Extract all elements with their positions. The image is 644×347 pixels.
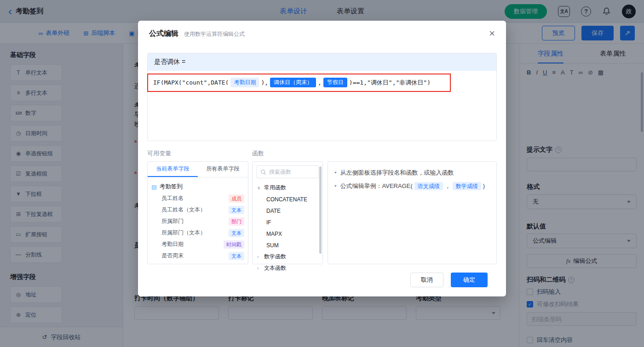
close-icon[interactable]: × (489, 28, 495, 39)
group-label: 数学函数 (264, 253, 286, 261)
modal-body: 是否调休 = IF(MAPX("count",DATE(考勤日期),调休日（周末… (147, 46, 497, 296)
functions-label: 函数 (252, 149, 264, 158)
form-root-label: 考勤签到 (160, 183, 183, 191)
type-tag: 部门 (229, 217, 244, 226)
function-mapx[interactable]: MAPX (253, 228, 322, 239)
example-token-chinese-score: 语文成绩 (414, 182, 443, 190)
type-tag: 文本 (229, 229, 244, 237)
help-example: 公式编辑举例：AVERAGE(语文成绩，数学成绩) (340, 181, 485, 192)
variable-row[interactable]: 是否周末文本 (151, 250, 244, 262)
group-math-functions[interactable]: ›数学函数 (253, 251, 322, 262)
variables-tabs: 当前表单字段 所有表单字段 (148, 162, 248, 177)
bullet-icon: • (334, 181, 337, 192)
modal-panels: 当前表单字段 所有表单字段 ▤考勤签到 员工姓名成员 员工姓名（文本）文本 所属… (147, 161, 497, 264)
formula-text: IF(MAPX("count",DATE( (153, 79, 229, 86)
variables-panel: 当前表单字段 所有表单字段 ▤考勤签到 员工姓名成员 员工姓名（文本）文本 所属… (147, 161, 248, 264)
type-tag: 文本 (229, 252, 244, 260)
variable-row[interactable]: 考勤日期时间戳 (151, 239, 244, 250)
variable-name: 是否周末 (161, 252, 184, 260)
variable-name: 员工姓名 (161, 194, 184, 202)
function-if[interactable]: IF (253, 216, 322, 228)
modal-subtitle: 使用数学运算符编辑公式 (184, 29, 245, 38)
variable-name: 所属部门（文本） (161, 229, 206, 237)
field-token-attendance-date[interactable]: 考勤日期 (230, 78, 259, 87)
help-line-2: •公式编辑举例：AVERAGE(语文成绩，数学成绩) (334, 181, 490, 192)
help-text: 从左侧面板选择字段名和函数，或输入函数 (340, 167, 454, 178)
formula-block: 是否调休 = IF(MAPX("count",DATE(考勤日期),调休日（周末… (147, 53, 497, 141)
form-icon: ▤ (151, 183, 157, 190)
bullet-icon: • (334, 167, 337, 178)
chevron-right-icon: › (257, 266, 262, 271)
cancel-button[interactable]: 取消 (410, 273, 443, 287)
formula-text: )==1,"调休日","非调休日") (349, 79, 431, 87)
group-label: 文本函数 (264, 264, 286, 272)
variable-name: 考勤日期 (161, 240, 184, 248)
formula-text: ), (261, 79, 268, 86)
modal-header: 公式编辑 使用数学运算符编辑公式 × (138, 21, 506, 46)
variable-row[interactable]: 所属部门（文本）文本 (151, 227, 244, 239)
variable-row[interactable]: 所属部门部门 (151, 216, 244, 227)
type-tag: 文本 (229, 206, 244, 214)
tab-all-form-fields[interactable]: 所有表单字段 (198, 162, 248, 177)
group-common-functions[interactable]: ∨常用函数 (253, 182, 322, 193)
variable-row[interactable]: 员工姓名成员 (151, 193, 244, 204)
variable-row[interactable]: 员工姓名（文本）文本 (151, 204, 244, 216)
example-token-math-score: 数学成绩 (453, 182, 481, 190)
type-tag: 时间戳 (224, 240, 244, 249)
function-sum[interactable]: SUM (253, 239, 322, 251)
chevron-right-icon: › (257, 254, 262, 259)
variables-label: 可用变量 (147, 149, 252, 158)
formula-editor[interactable]: IF(MAPX("count",DATE(考勤日期),调休日（周末）,节假日)=… (148, 71, 496, 141)
functions-panel: ∨常用函数 CONCATENATE DATE IF MAPX SUM ›数学函数… (252, 161, 323, 264)
function-date[interactable]: DATE (253, 205, 322, 216)
app-root: ‹ 考勤签到 表单设计 表单设置 数据管理 文A ? 政 ∞ 表单外链 ⊞ 后端… (0, 0, 644, 347)
function-concatenate[interactable]: CONCATENATE (253, 193, 322, 205)
variables-list: ▤考勤签到 员工姓名成员 员工姓名（文本）文本 所属部门部门 所属部门（文本）文… (148, 177, 248, 264)
search-icon (260, 169, 266, 175)
tab-current-form-fields[interactable]: 当前表单字段 (148, 162, 198, 177)
field-token-holiday[interactable]: 节假日 (323, 78, 347, 87)
variable-name: 所属部门 (161, 217, 184, 225)
modal-title: 公式编辑 (149, 29, 178, 39)
chevron-down-icon: ∨ (257, 185, 262, 190)
function-search-input[interactable] (269, 169, 315, 175)
formula-field-name: 是否调休 = (148, 53, 496, 71)
confirm-button[interactable]: 确定 (451, 273, 488, 287)
modal-footer: 取消 确定 (410, 273, 488, 287)
variable-name: 员工姓名（文本） (161, 206, 206, 214)
group-label: 常用函数 (264, 184, 286, 192)
formula-line: IF(MAPX("count",DATE(考勤日期),调休日（周末）,节假日)=… (153, 78, 491, 87)
help-line-1: •从左侧面板选择字段名和函数，或输入函数 (334, 167, 490, 178)
type-tag: 成员 (229, 194, 244, 203)
panel-labels: 可用变量 函数 (147, 149, 497, 158)
form-root-node[interactable]: ▤考勤签到 (151, 181, 244, 193)
functions-scrollbar[interactable] (319, 166, 322, 254)
formula-edit-modal: 公式编辑 使用数学运算符编辑公式 × 是否调休 = IF(MAPX("count… (138, 21, 506, 296)
help-panel: •从左侧面板选择字段名和函数，或输入函数 •公式编辑举例：AVERAGE(语文成… (328, 161, 497, 264)
field-token-rest-day-weekend[interactable]: 调休日（周末） (270, 78, 316, 87)
formula-text: , (318, 79, 322, 86)
group-text-functions[interactable]: ›文本函数 (253, 262, 322, 274)
function-search (256, 165, 319, 178)
